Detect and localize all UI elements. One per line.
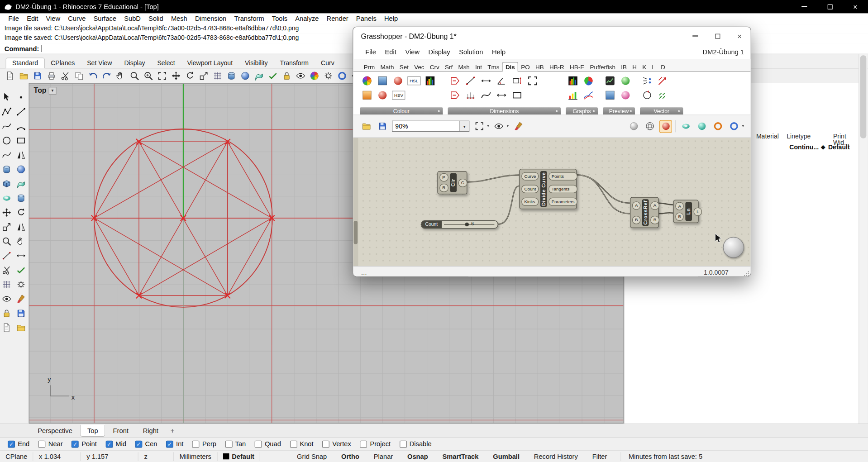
display-ring-blue-icon[interactable] bbox=[728, 120, 740, 133]
preview-wireframe-icon[interactable] bbox=[644, 120, 656, 133]
osnap-vertex[interactable]: Vertex bbox=[322, 440, 351, 448]
preview-shaded-icon[interactable] bbox=[659, 120, 672, 133]
slider-knob[interactable] bbox=[465, 223, 469, 227]
color-wheel-icon[interactable] bbox=[308, 70, 320, 82]
dimension-line-icon[interactable] bbox=[0, 249, 13, 262]
display-teal-icon[interactable] bbox=[679, 120, 692, 133]
viewport-tab-right[interactable]: Right bbox=[136, 425, 165, 436]
dropdown-icon[interactable]: ▾ bbox=[507, 124, 509, 129]
import-icon[interactable] bbox=[14, 321, 28, 334]
osnap-near[interactable]: Near bbox=[38, 440, 63, 448]
gh-tab-set[interactable]: Set bbox=[397, 62, 411, 71]
save-tool-icon[interactable] bbox=[14, 307, 28, 320]
gh-tab-h[interactable]: H bbox=[630, 62, 639, 71]
zoom-extents-icon[interactable] bbox=[142, 70, 154, 82]
checkbox[interactable] bbox=[360, 440, 367, 448]
colour-sphere-icon[interactable] bbox=[391, 74, 405, 88]
dropdown-icon[interactable]: ▾ bbox=[742, 124, 744, 129]
units-button[interactable]: Millimeters bbox=[174, 452, 218, 461]
component-label[interactable]: CrossRef bbox=[642, 199, 649, 226]
grasshopper-titlebar[interactable]: Grasshopper - DM2-Übung 1* × bbox=[353, 27, 750, 45]
osnap-cen[interactable]: ✓Cen bbox=[135, 440, 157, 448]
zoom-combo[interactable]: 90% ▾ bbox=[392, 121, 469, 132]
gh-tab-ib[interactable]: IB bbox=[618, 62, 630, 71]
viewport-tab-top[interactable]: Top bbox=[80, 424, 105, 437]
cylinder-icon[interactable] bbox=[225, 70, 238, 82]
param-input-count[interactable]: Count bbox=[521, 185, 539, 193]
param-output-tangents[interactable]: Tangents bbox=[549, 185, 577, 193]
gh-tab-d[interactable]: D bbox=[658, 62, 668, 71]
param-input-curve[interactable]: Curve bbox=[521, 172, 539, 180]
display-ring-orange-icon[interactable] bbox=[711, 120, 724, 133]
menu-panels[interactable]: Panels bbox=[352, 15, 380, 23]
rotate-vector-icon[interactable] bbox=[640, 88, 654, 102]
curve-tool-icon[interactable] bbox=[0, 148, 13, 162]
menu-view[interactable]: View bbox=[42, 15, 64, 23]
gh-open-icon[interactable] bbox=[360, 120, 372, 133]
active-layer-button[interactable]: Default bbox=[217, 452, 260, 461]
pan-tool-icon[interactable] bbox=[14, 235, 28, 248]
checkbox[interactable] bbox=[225, 440, 233, 448]
osnap-perp[interactable]: Perp bbox=[192, 440, 216, 448]
param-input-b[interactable]: B bbox=[675, 213, 684, 221]
bars-icon[interactable] bbox=[566, 88, 580, 102]
gh-component-circle[interactable]: P R Cir C bbox=[437, 171, 467, 194]
toolbar-tab-curve-tools[interactable]: Curv bbox=[315, 58, 341, 68]
gh-menu-file[interactable]: File bbox=[361, 48, 381, 56]
save-icon[interactable] bbox=[31, 70, 43, 82]
gh-tab-hb-e[interactable]: HB-E bbox=[567, 62, 587, 71]
param-output-l[interactable]: L bbox=[694, 207, 702, 215]
display-sphere-icon[interactable] bbox=[696, 120, 708, 133]
canvas-compass-widget[interactable] bbox=[723, 237, 744, 258]
bar-graph-icon[interactable] bbox=[566, 74, 580, 88]
menu-dimension[interactable]: Dimension bbox=[191, 15, 230, 23]
menu-surface[interactable]: Surface bbox=[90, 15, 120, 23]
copy-icon[interactable] bbox=[72, 70, 85, 82]
menu-edit[interactable]: Edit bbox=[23, 15, 42, 23]
toolbar-tab-set-view[interactable]: Set View bbox=[81, 58, 118, 68]
toggle-ortho[interactable]: Ortho bbox=[341, 452, 359, 460]
gradient-icon[interactable] bbox=[375, 74, 390, 88]
green-vector-icon[interactable] bbox=[655, 88, 670, 102]
hsv-button[interactable]: HSV bbox=[392, 91, 405, 100]
open-file-icon[interactable] bbox=[17, 70, 30, 82]
close-button[interactable]: × bbox=[729, 27, 751, 45]
lock-icon[interactable] bbox=[280, 70, 293, 82]
toggle-osnap[interactable]: Osnap bbox=[407, 452, 428, 460]
pie-graph-icon[interactable] bbox=[581, 74, 596, 88]
toolbar-tab-display[interactable]: Display bbox=[118, 58, 151, 68]
paint-brush-icon[interactable] bbox=[512, 120, 525, 133]
osnap-end[interactable]: ✓End bbox=[8, 440, 29, 448]
join-check-icon[interactable] bbox=[14, 263, 28, 276]
undo-icon[interactable] bbox=[86, 70, 99, 82]
checkbox[interactable]: ✓ bbox=[105, 440, 113, 448]
panel-vertical-scrollbar[interactable]: ▲ ▼ bbox=[858, 44, 868, 429]
gh-component-line[interactable]: A B Ln L bbox=[673, 200, 698, 223]
component-label[interactable]: Divide Curve bbox=[540, 171, 547, 207]
minimize-button[interactable] bbox=[684, 27, 706, 45]
viewport-tab-perspective[interactable]: Perspective bbox=[31, 425, 79, 436]
gh-tab-hb-r[interactable]: HB-R bbox=[547, 62, 567, 71]
param-output-a[interactable]: A bbox=[651, 201, 659, 210]
zoom-icon[interactable] bbox=[128, 70, 141, 82]
gh-tab-math[interactable]: Math bbox=[377, 62, 396, 71]
toolbar-tab-visibility[interactable]: Visibility bbox=[239, 58, 274, 68]
grid-icon[interactable] bbox=[211, 70, 224, 82]
mirror-icon[interactable] bbox=[14, 148, 28, 162]
select-cursor-icon[interactable] bbox=[0, 91, 13, 104]
gh-tab-tms[interactable]: Tms bbox=[485, 62, 502, 71]
viewport-title-menu[interactable]: Top ▾ bbox=[34, 86, 57, 95]
polyline-icon[interactable] bbox=[0, 105, 13, 118]
menu-tools[interactable]: Tools bbox=[268, 15, 291, 23]
gh-tab-po[interactable]: PO bbox=[518, 62, 533, 71]
zoom-dropdown-icon[interactable]: ▾ bbox=[459, 121, 469, 131]
rectangle-icon[interactable] bbox=[14, 134, 28, 147]
param-input-p[interactable]: P bbox=[439, 173, 448, 181]
toggle-gumball[interactable]: Gumball bbox=[493, 452, 520, 460]
close-button[interactable]: × bbox=[843, 0, 868, 13]
param-input-r[interactable]: R bbox=[439, 184, 448, 192]
dimension-line-icon[interactable] bbox=[463, 74, 478, 88]
red-vector-icon[interactable] bbox=[655, 74, 670, 88]
grid-tool-icon[interactable] bbox=[0, 278, 13, 291]
template-icon[interactable] bbox=[0, 321, 13, 334]
